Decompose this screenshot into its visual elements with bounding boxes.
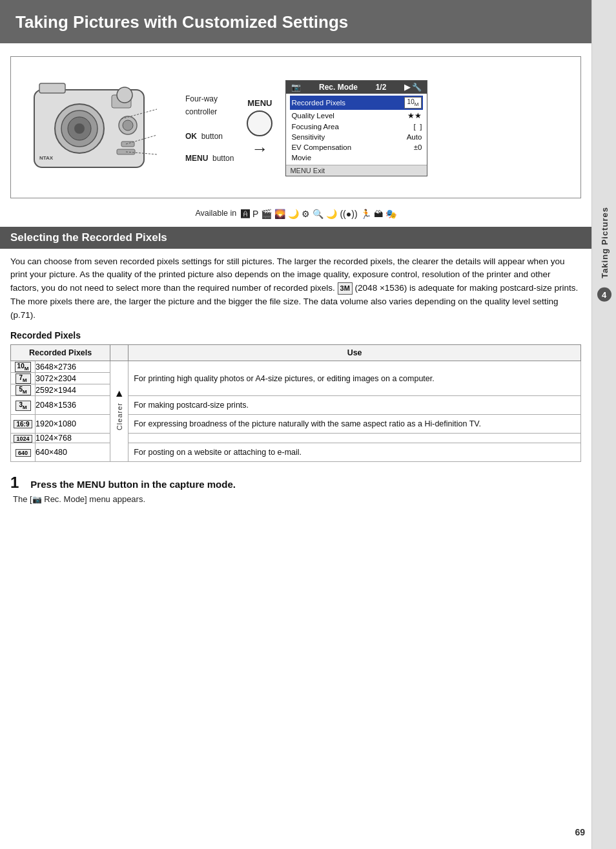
pixel-size-cell: 1024×768 [36,434,110,443]
pixel-badge-cell: 640 [11,443,36,462]
menu-display: 📷 Rec. Mode 1/2 ▶ 🔧 Recorded Pixels 10M … [285,80,427,176]
step-section: 1 Press the MENU button in the capture m… [0,474,591,504]
menu-item-label: Focusing Area [291,123,339,131]
step-title: Press the MENU button in the capture mod… [30,479,236,490]
mode-sports-icon: 🏃 [360,209,371,219]
use-text-4: For making postcard-size prints. [134,401,249,410]
table-row: 3M 2048×1536 For making postcard-size pr… [11,396,581,415]
menu-item-label: Sensitivity [291,133,325,141]
arrow-right-icon: → [251,139,268,159]
menu-item-value: ±0 [414,143,422,151]
table-section: Recorded Pixels Recorded Pixels Use 10M [0,330,591,462]
pixel-badge-cell: 5M [11,384,36,396]
mode-landscape-icon: 🌄 [274,209,285,219]
svg-text:NTAX: NTAX [39,155,54,161]
mode-macro-icon: 🔍 [313,209,323,219]
menu-item-sensitivity: Sensitivity Auto [290,132,423,142]
menu-item-value: ★★ [407,111,422,120]
pixel-size: 3072×2304 [36,374,76,383]
sidebar-number: 4 [597,288,611,302]
mode-p-icon: P [252,209,258,219]
col-header-pixels: Recorded Pixels [11,345,110,361]
mode-night-icon: 🌙 [288,209,299,219]
body-text-1: You can choose from seven recorded pixel… [0,255,591,323]
table-row: 1024 1024×768 [11,434,581,443]
menu-item-value: 10M [404,97,422,109]
use-cell-5: For expressing broadness of the picture … [128,415,581,434]
pixel-badge-cell: 16:9 [11,415,36,434]
page-title: Taking Pictures with Customized Settings [15,12,576,33]
pixel-badge: 1024 [14,435,32,443]
pixel-badge: 7M [15,373,31,384]
pixel-size: 1024×768 [36,434,72,443]
menu-item-ev: EV Compensation ±0 [290,142,423,152]
badge-3m: 3M [338,282,353,295]
mode-mountain-icon: 🏔 [374,209,383,219]
menu-header-title: Rec. Mode [319,83,358,92]
use-text-5: For expressing broadness of the picture … [134,419,481,428]
page-wrapper: Taking Pictures with Customized Settings [0,0,616,849]
use-cell-6 [128,434,581,443]
camera-area: NTAX [21,70,170,187]
pixel-badge: 5M [15,385,31,395]
right-sidebar: 4 Taking Pictures [591,0,616,849]
menu-footer: MENU Exit [286,165,427,176]
mode-wireless-icon: ((●)) [340,209,357,219]
pixel-size-cell: 3648×2736 [36,361,110,373]
pixel-badge-cell: 1024 [11,434,36,443]
label-menu: MENU button [185,152,234,164]
pixel-size-cell: 1920×1080 [36,415,110,434]
diagram-section: NTAX Four-way controller [10,56,581,198]
menu-item-value: [ ] [414,123,422,131]
pixel-size: 3648×2736 [36,362,76,372]
svg-rect-5 [39,83,65,93]
available-row: Available in 🅰 P 🎬 🌄 🌙 ⚙ 🔍 🌙 ((●)) 🏃 🏔 🎭 [0,205,591,222]
use-cell-7: For posting on a website or attaching to… [128,443,581,462]
table-row: 16:9 1920×1080 For expressing broadness … [11,415,581,434]
pixel-badge: 640 [15,449,31,457]
page-title-header: Taking Pictures with Customized Settings [0,0,591,43]
sidebar-label: Taking Pictures [599,207,609,278]
pixel-size-cell: 3072×2304 [36,373,110,384]
available-text: Available in [195,209,236,218]
table-row: 10M 3648×2736 ▲ Clearer [11,361,581,373]
menu-header-icon: 📷 [291,83,301,92]
pixel-size: 2592×1944 [36,386,76,395]
mode-night2-icon: 🌙 [326,209,337,219]
menu-header-arrow: ▶ 🔧 [404,83,422,92]
menu-item-quality: Quality Level ★★ [290,110,423,121]
menu-circle [247,110,272,136]
camera-icon-inline: 📷 [32,495,42,504]
clearer-label: Clearer [116,403,123,430]
table-row: 640 640×480 For posting on a website or … [11,443,581,462]
main-content: Taking Pictures with Customized Settings [0,0,591,849]
pixel-badge: 3M [15,401,31,411]
page-number: 69 [575,827,585,837]
menu-header-page: 1/2 [376,83,387,92]
menu-item-label: EV Compensation [291,143,351,151]
pixel-size: 2048×1536 [36,401,76,410]
menu-label-text: MENU [247,98,272,108]
svg-point-4 [74,123,85,134]
pixel-badge-cell: 3M [11,396,36,415]
table-section-title: Recorded Pixels [10,330,581,341]
mode-auto-icon: 🅰 [241,209,250,219]
col-header-clearer [110,345,128,361]
menu-item-recorded-pixels: Recorded Pixels 10M [290,96,423,110]
pixel-badge: 16:9 [14,420,32,428]
pixel-size-cell: 2592×1944 [36,384,110,396]
col-header-use: Use [128,345,581,361]
clearer-col-cell: ▲ Clearer [110,361,128,462]
pixel-size: 1920×1080 [36,419,76,428]
svg-point-10 [123,120,133,131]
step-sub: The [📷 Rec. Mode] menu appears. [10,494,581,504]
pixel-size-cell: 2048×1536 [36,396,110,415]
label-controller: controller [185,106,234,118]
recorded-pixels-table: Recorded Pixels Use 10M 3648×2736 [10,344,581,462]
mode-portrait-icon: 🎭 [385,209,396,219]
menu-item-movie: Movie [290,152,423,163]
menu-item-label: Movie [291,154,311,162]
menu-arrow-area: MENU → [247,98,272,159]
menu-header: 📷 Rec. Mode 1/2 ▶ 🔧 [286,81,427,94]
label-ok: OK button [185,131,234,142]
